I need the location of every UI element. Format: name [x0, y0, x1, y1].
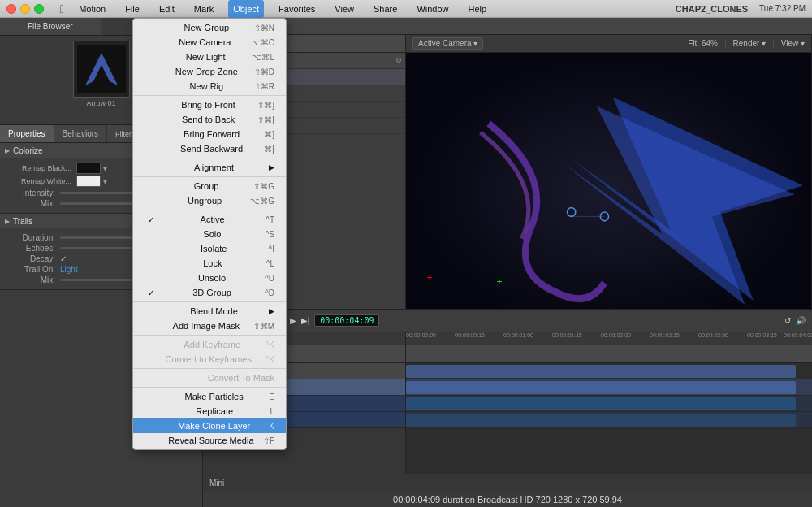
menu-item-new-group[interactable]: New Group ⇧⌘N [133, 20, 286, 35]
separator-2 [133, 158, 286, 158]
menu-item-bring-to-front[interactable]: Bring to Front ⇧⌘] [133, 98, 286, 112]
menu-item-ungroup[interactable]: Ungroup ⌥⌘G [133, 193, 286, 208]
ruler-t7: 00:00:03:15 [747, 332, 777, 338]
menu-item-new-rig[interactable]: New Rig ⇧⌘R [133, 79, 286, 93]
view-button[interactable]: View ▾ [781, 39, 805, 48]
center-area: Media Audio 📁 Project ▼ ⬚ Group ⚙ [203, 18, 812, 507]
menu-object[interactable]: Object [228, 0, 264, 18]
menu-item-send-to-back[interactable]: Send to Back ⇧⌘[ [133, 112, 286, 127]
tab-behaviors[interactable]: Behaviors [54, 125, 107, 142]
menu-item-replicate[interactable]: Replicate L [133, 404, 286, 418]
menu-item-isolate[interactable]: Isolate ^I [133, 241, 286, 256]
menu-item-blend-mode[interactable]: Blend Mode ▶ [133, 304, 286, 318]
echoes-label: Echoes: [6, 244, 55, 253]
remap-black-swatch[interactable] [76, 162, 101, 174]
remap-black-arrow[interactable]: ▾ [103, 164, 107, 173]
canvas-area: + + [406, 53, 811, 309]
marker-red: + [425, 274, 434, 282]
menu-item-make-particles[interactable]: Make Particles E [133, 389, 286, 404]
menu-file[interactable]: File [120, 0, 145, 18]
window-title: CHAP2_CLONES [676, 4, 748, 14]
track-arrow01b-bar-row [406, 396, 812, 412]
menu-view[interactable]: View [330, 0, 359, 18]
fit-label: Fit: 64% [688, 39, 718, 48]
traffic-lights [6, 4, 44, 14]
menu-bar:  Motion File Edit Mark Object Favorites… [0, 0, 812, 18]
render-button[interactable]: Render ▾ [733, 39, 767, 48]
menu-favorites[interactable]: Favorites [274, 0, 320, 18]
menu-item-bring-forward[interactable]: Bring Forward ⌘] [133, 127, 286, 141]
menu-item-send-backward[interactable]: Send Backward ⌘[ [133, 141, 286, 156]
mini-bar: Mini [203, 474, 812, 492]
remap-white-label: Remap White... [6, 177, 71, 185]
ruler-t8: 00:00:04:00 [784, 332, 812, 338]
menu-share[interactable]: Share [369, 0, 402, 18]
track-others-bar-row [406, 412, 812, 428]
menu-item-lock[interactable]: Lock ^L [133, 256, 286, 271]
apple-menu[interactable]:  [60, 2, 64, 15]
mini-label: Mini [209, 479, 224, 488]
mix-label-trails: Mix: [6, 275, 55, 284]
remap-white-arrow[interactable]: ▾ [103, 177, 107, 186]
ruler-t3: 00:00:01:15 [552, 332, 582, 338]
menu-help[interactable]: Help [464, 0, 492, 18]
preview-thumbnail [73, 41, 130, 98]
track-group-bar-row [406, 363, 812, 379]
menu-item-active[interactable]: ✓ Active ^T [133, 212, 286, 227]
active-camera-label[interactable]: Active Camera ▾ [412, 37, 483, 50]
remap-white-swatch[interactable] [76, 176, 101, 187]
tab-file-browser[interactable]: File Browser [0, 18, 102, 35]
arrow01b-track-bar [406, 397, 796, 410]
menu-item-reveal-source-media[interactable]: Reveal Source Media ⇧F [133, 433, 286, 448]
menu-item-alignment[interactable]: Alignment ▶ [133, 160, 286, 175]
ruler-t6: 00:00:03:00 [698, 332, 728, 338]
menu-item-new-drop-zone[interactable]: New Drop Zone ⇧⌘D [133, 64, 286, 79]
menu-item-new-camera[interactable]: New Camera ⌥⌘C [133, 35, 286, 50]
ruler-t2: 00:00:01:00 [503, 332, 533, 338]
track-content-area: 00:00:00:00 00:00:00:15 00:00:01:00 00:0… [406, 332, 812, 474]
menu-item-add-image-mask[interactable]: Add Image Mask ⇧⌘M [133, 318, 286, 333]
playback-controls: Arrow 01 |◀ ◀ ▶ ▶ ▶| 00:00:04:09 ↺ 🔊 [203, 310, 812, 332]
close-button[interactable] [6, 4, 16, 14]
trail-on-val: Light [60, 265, 78, 274]
timeline-area: Arrow 01 |◀ ◀ ▶ ▶ ▶| 00:00:04:09 ↺ 🔊 📁 [203, 309, 812, 492]
loop-icon[interactable]: ↺ [784, 316, 791, 325]
track-arrow01-bar-row [406, 379, 812, 396]
audio-icon[interactable]: 🔊 [796, 316, 806, 325]
menu-item-solo[interactable]: Solo ^S [133, 227, 286, 241]
menu-item-3d-group[interactable]: ✓ 3D Group ^D [133, 285, 286, 300]
duration-label: Duration: [6, 233, 55, 242]
menu-item-convert-mask: Convert To Mask [133, 370, 286, 385]
viewer-canvas: Active Camera ▾ Fit: 64% | Render ▾ | Vi… [406, 35, 812, 309]
svg-rect-0 [77, 45, 126, 93]
menu-item-make-clone-layer[interactable]: Make Clone Layer K [133, 418, 286, 433]
viewer-top-bar: Active Camera ▾ Fit: 64% | Render ▾ | Vi… [406, 35, 811, 53]
menu-motion[interactable]: Motion [74, 0, 110, 18]
others-track-bar [406, 414, 796, 427]
menu-window[interactable]: Window [412, 0, 453, 18]
next-frame-icon[interactable]: ▶ [290, 316, 296, 325]
group-controls: ⚙ [395, 56, 402, 64]
separator-8 [133, 387, 286, 388]
tab-properties[interactable]: Properties [0, 125, 54, 142]
arrow-artwork [406, 53, 811, 309]
menu-item-unsolo[interactable]: Unsolo ^U [133, 271, 286, 285]
separator-4 [133, 210, 286, 210]
menu-item-new-light[interactable]: New Light ⌥⌘L [133, 50, 286, 64]
trail-on-label: Trail On: [6, 265, 55, 274]
timeline-ruler[interactable]: 00:00:00:00 00:00:00:15 00:00:01:00 00:0… [406, 332, 812, 345]
viewer-row: 📁 Project ▼ ⬚ Group ⚙ ▼ ▶ Arr... [203, 35, 812, 309]
fullscreen-button[interactable] [34, 4, 44, 14]
timecode-display: 00:00:04:09 [314, 314, 379, 327]
menu-mark[interactable]: Mark [189, 0, 218, 18]
menu-item-group[interactable]: Group ⇧⌘G [133, 179, 286, 193]
separator-6 [133, 335, 286, 336]
menu-edit[interactable]: Edit [154, 0, 179, 18]
track-project-bar-row [406, 345, 812, 363]
intensity-label: Intensity: [6, 188, 55, 197]
menu-time: Tue 7:32 PM [759, 4, 806, 13]
minimize-button[interactable] [20, 4, 30, 14]
menu-item-add-keyframe: Add Keyframe ^K [133, 337, 286, 352]
skip-end-icon[interactable]: ▶| [301, 316, 310, 325]
status-bar: 00:00:04:09 duration Broadcast HD 720 12… [203, 492, 812, 507]
